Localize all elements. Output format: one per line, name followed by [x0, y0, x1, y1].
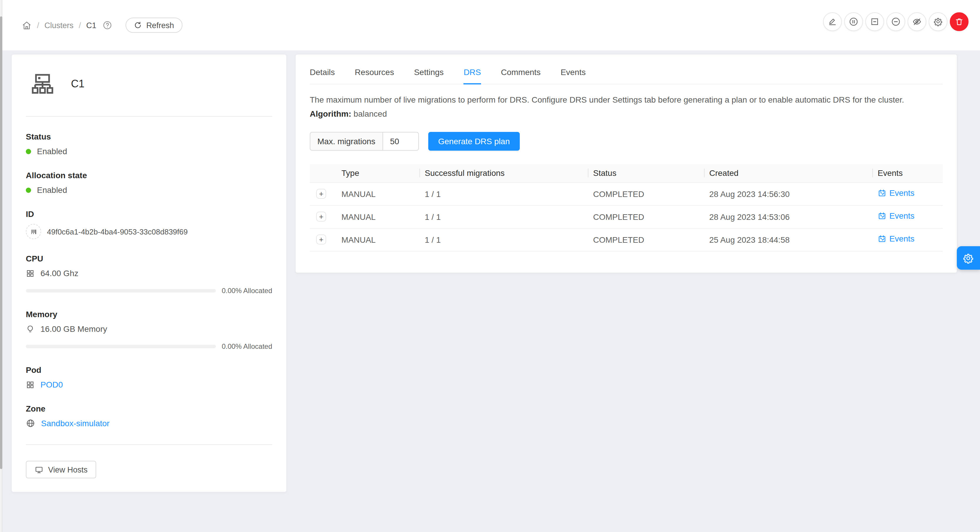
tab-resources[interactable]: Resources — [355, 62, 394, 84]
page: / Clusters / C1 Refresh — [0, 0, 980, 532]
plan-status-cell: COMPLETED — [588, 228, 704, 251]
plan-events-link[interactable]: Events — [878, 211, 915, 221]
help-icon[interactable] — [103, 21, 112, 30]
plan-events-link[interactable]: Events — [878, 234, 915, 244]
page-header: / Clusters / C1 Refresh — [0, 0, 980, 51]
memory-value: 16.00 GB Memory — [40, 324, 107, 333]
grid-icon — [26, 269, 35, 278]
left-scrollbar-thumb[interactable] — [0, 16, 2, 469]
max-migrations-input[interactable] — [383, 132, 419, 151]
section-label: Memory — [26, 310, 272, 319]
plan-created-cell: 28 Aug 2023 14:53:06 — [704, 205, 872, 228]
refresh-button[interactable]: Refresh — [126, 17, 183, 33]
progress-bar — [26, 345, 216, 348]
section-cpu: CPU 64.00 Ghz 0.00% Allocated — [26, 254, 272, 295]
drs-plans-table: TypeSuccessful migrationsStatusCreatedEv… — [310, 164, 943, 251]
drs-table-body: + MANUAL 1 / 1 COMPLETED 28 Aug 2023 14:… — [310, 182, 943, 251]
gear-icon — [963, 253, 974, 264]
section-label: Zone — [26, 404, 272, 413]
drs-plan-row: + MANUAL 1 / 1 COMPLETED 28 Aug 2023 14:… — [310, 205, 943, 228]
bulb-icon — [26, 324, 35, 333]
delete-button[interactable] — [950, 12, 968, 31]
calendar-check-icon — [878, 235, 886, 243]
drs-plan-row: + MANUAL 1 / 1 COMPLETED 25 Aug 2023 18:… — [310, 228, 943, 251]
drs-description: The maximum number of live migrations to… — [310, 95, 943, 104]
trash-icon — [954, 17, 964, 26]
drs-plan-row: + MANUAL 1 / 1 COMPLETED 28 Aug 2023 14:… — [310, 182, 943, 205]
out-of-band-button[interactable] — [907, 12, 926, 31]
plan-events-link[interactable]: Events — [878, 189, 915, 198]
gear-icon — [933, 17, 942, 26]
plan-status-cell: COMPLETED — [588, 182, 704, 205]
project-settings-toggle-button[interactable] — [956, 246, 980, 270]
successful-migrations-cell: 1 / 1 — [420, 182, 588, 205]
divider — [26, 445, 272, 445]
plan-created-cell: 28 Aug 2023 14:56:30 — [704, 182, 872, 205]
settings-button[interactable] — [928, 12, 947, 31]
calendar-check-icon — [878, 212, 886, 221]
reload-icon — [134, 21, 142, 29]
drs-table-header: TypeSuccessful migrationsStatusCreatedEv… — [310, 164, 943, 182]
max-migrations-label: Max. migrations — [310, 132, 383, 151]
generate-drs-plan-button[interactable]: Generate DRS plan — [428, 132, 520, 151]
expand-row-button[interactable]: + — [316, 212, 326, 222]
events-label: Events — [889, 234, 915, 244]
tab-details[interactable]: Details — [310, 62, 335, 84]
cpu-value: 64.00 Ghz — [40, 268, 78, 278]
calendar-check-icon — [878, 189, 886, 198]
zone-link[interactable]: Sandbox-simulator — [41, 419, 110, 428]
tab-drs[interactable]: DRS — [464, 62, 481, 84]
edit-button[interactable] — [823, 12, 842, 31]
cluster-icon — [30, 72, 54, 96]
section-pod: Pod POD0 — [26, 365, 272, 389]
resource-head: C1 — [26, 72, 272, 96]
tab-comments[interactable]: Comments — [501, 62, 541, 84]
tab-events[interactable]: Events — [560, 62, 586, 84]
plan-type-cell: MANUAL — [336, 205, 420, 228]
status-dot — [26, 149, 31, 154]
successful-migrations-cell: 1 / 1 — [420, 205, 588, 228]
tabs-bar: DetailsResourcesSettingsDRSCommentsEvent… — [310, 62, 943, 84]
breadcrumb-separator: / — [79, 21, 81, 30]
column-header-status: Status — [588, 164, 704, 182]
eye-invisible-icon — [912, 17, 921, 26]
section-label: CPU — [26, 254, 272, 263]
algorithm-label: Algorithm: — [310, 109, 352, 118]
edit-icon — [827, 17, 837, 26]
home-icon[interactable] — [22, 20, 32, 30]
disable-button[interactable] — [886, 12, 905, 31]
section-label: Status — [26, 132, 272, 141]
events-label: Events — [889, 211, 915, 221]
pod-link[interactable]: POD0 — [40, 380, 63, 389]
successful-migrations-cell: 1 / 1 — [420, 228, 588, 251]
events-label: Events — [889, 189, 915, 198]
resource-title: C1 — [71, 78, 84, 90]
expand-row-button[interactable]: + — [316, 235, 326, 245]
tab-settings[interactable]: Settings — [414, 62, 444, 84]
section-status: Status Enabled — [26, 132, 272, 156]
drs-controls: Max. migrations Generate DRS plan — [310, 132, 943, 151]
section-label: Allocation state — [26, 171, 272, 180]
pause-circle-icon — [849, 17, 858, 26]
expand-row-button[interactable]: + — [316, 189, 326, 199]
section-zone: Zone Sandbox-simulator — [26, 404, 272, 428]
column-header-created: Created — [704, 164, 872, 182]
pause-button[interactable] — [844, 12, 863, 31]
divider — [26, 116, 272, 117]
allocation-state-value: Enabled — [37, 185, 67, 195]
status-value: Enabled — [37, 146, 67, 156]
unmanage-button[interactable] — [865, 12, 884, 31]
breadcrumb-clusters[interactable]: Clusters — [45, 21, 74, 30]
header-actions — [823, 12, 968, 31]
view-hosts-button[interactable]: View Hosts — [26, 461, 97, 478]
algorithm-value: balanced — [353, 109, 387, 118]
desktop-icon — [35, 465, 43, 474]
left-scrollbar-track[interactable] — [0, 0, 2, 532]
cpu-progress: 0.00% Allocated — [26, 287, 272, 295]
view-hosts-label: View Hosts — [48, 465, 88, 474]
section-label: Pod — [26, 365, 272, 375]
max-migrations-group: Max. migrations — [310, 132, 419, 151]
column-header-expand — [310, 164, 336, 182]
memory-progress: 0.00% Allocated — [26, 342, 272, 351]
globe-icon — [26, 419, 35, 428]
